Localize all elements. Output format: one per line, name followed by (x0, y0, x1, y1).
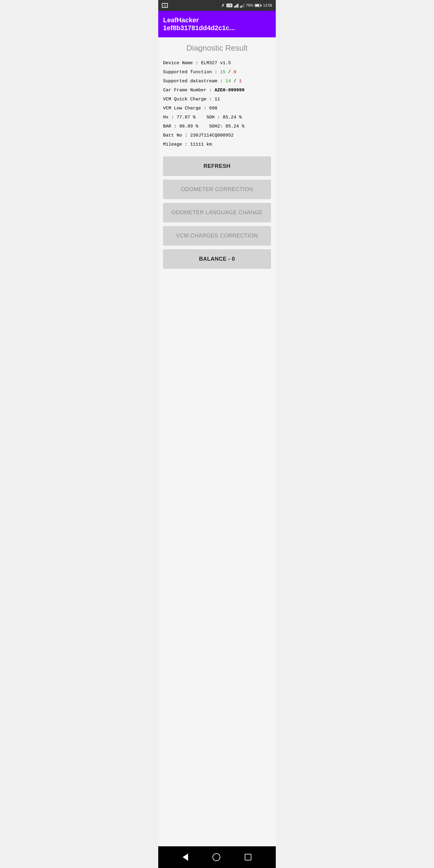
supported-function-line: Supported function : 15 / 0 (163, 68, 271, 77)
hx-value: Hx : 77.87 % (163, 115, 195, 120)
batt-no-line: Batt No : 230JT114CQ000952 (163, 131, 271, 140)
device-name-line: Device Name : ELM327 v1.5 (163, 59, 271, 68)
supported-datastream-sep: / (231, 79, 239, 84)
bottom-nav (158, 846, 276, 868)
car-frame-value: AZE0-999999 (215, 88, 244, 93)
odometer-language-change-button[interactable]: ODOMETER LANGUAGE CHANGE (163, 203, 271, 222)
status-bar-right: ✗ LTE 79% 13:58 (221, 3, 272, 8)
supported-function-green: 15 (220, 70, 225, 75)
car-frame-line: Car Frame Number : AZE0-999999 (163, 86, 271, 95)
supported-datastream-green: 14 (225, 79, 231, 84)
supported-datastream-label: Supported datastream : (163, 79, 225, 84)
mileage-line: Mileage : 11111 km (163, 140, 271, 149)
battery-percent: 79% (246, 3, 253, 7)
home-icon (213, 853, 220, 861)
bar-soh2-line: BAR : 86.89 % SOH2: 85.24 % (163, 122, 271, 131)
status-bar-left (162, 3, 168, 8)
app-title: LeafHacker 1ef8b31781dd4d2c1c... (163, 16, 235, 32)
soh2-value: SOH2: 85.24 % (209, 124, 244, 129)
supported-function-sep: / (225, 70, 234, 75)
home-button[interactable] (213, 853, 220, 861)
car-frame-label: Car Frame Number : (163, 88, 215, 93)
signal-bars-1 (234, 3, 239, 7)
diagnostic-info: Device Name : ELM327 v1.5 Supported func… (163, 59, 271, 149)
bluetooth-icon: ✗ (221, 3, 225, 8)
status-time: 13:58 (263, 3, 272, 7)
balance-button[interactable]: BALANCE - 0 (163, 249, 271, 269)
vcm-quick-charge-line: VCM Quick Charge : 11 (163, 95, 271, 104)
vcm-charges-correction-button[interactable]: VCM CHARGES CORRECTION (163, 226, 271, 246)
status-bar: ✗ LTE 79% 13:58 (158, 0, 276, 11)
recent-button[interactable] (245, 854, 251, 861)
back-icon (183, 854, 188, 861)
supported-function-label: Supported function : (163, 70, 220, 75)
page-title: Diagnostic Result (163, 43, 271, 53)
refresh-button[interactable]: REFRESH (163, 156, 271, 176)
photo-icon (162, 3, 168, 8)
button-group: REFRESH ODOMETER CORRECTION ODOMETER LAN… (163, 156, 271, 269)
hx-soh-line: Hx : 77.87 % SOH : 85.24 % (163, 113, 271, 122)
lte-badge: LTE (226, 4, 232, 7)
battery-icon (255, 4, 261, 7)
app-header: LeafHacker 1ef8b31781dd4d2c1c... (158, 11, 276, 37)
soh-value: SOH : 85.24 % (207, 115, 242, 120)
recent-icon (245, 854, 251, 861)
main-content: Diagnostic Result Device Name : ELM327 v… (158, 37, 276, 846)
odometer-correction-button[interactable]: ODOMETER CORRECTION (163, 180, 271, 199)
supported-datastream-line: Supported datastream : 14 / 1 (163, 77, 271, 86)
vcm-low-charge-line: VCM Low Charge : 698 (163, 104, 271, 113)
back-button[interactable] (183, 854, 188, 861)
supported-datastream-red: 1 (239, 79, 242, 84)
signal-bars-2 (240, 3, 244, 7)
bar-value: BAR : 86.89 % (163, 124, 198, 129)
supported-function-red: 0 (234, 70, 236, 75)
